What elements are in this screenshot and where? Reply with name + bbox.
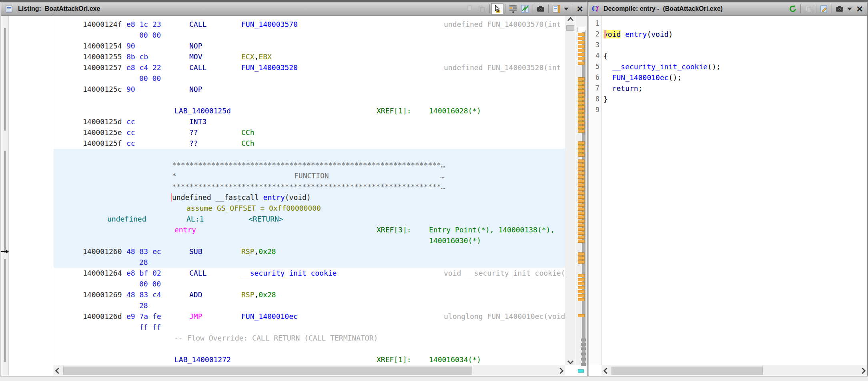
decompile-title-bar[interactable]: Cf Decompile: entry - (BoatAttackOri.exe…: [589, 2, 867, 16]
listing-row[interactable]: 14000126948 83 c4ADDRSP,0x28: [53, 289, 565, 300]
listing-row[interactable]: 140001257e8 c4 22CALLFUN_140003520undefi…: [53, 62, 565, 73]
analysis-marker[interactable]: [578, 286, 585, 289]
listing-display-options-icon[interactable]: [550, 3, 562, 14]
copy-icon[interactable]: [464, 3, 476, 14]
analysis-marker[interactable]: [578, 314, 585, 317]
analysis-marker[interactable]: [578, 282, 585, 285]
decompile-line[interactable]: {: [603, 50, 608, 61]
listing-row[interactable]: 28: [53, 257, 565, 268]
token-func[interactable]: FUN_1400010ec: [612, 73, 669, 82]
analysis-marker[interactable]: [578, 260, 585, 264]
analysis-marker[interactable]: [578, 159, 585, 163]
analysis-marker[interactable]: [578, 256, 585, 260]
token-funcref[interactable]: FUN_1400010ec: [241, 312, 298, 321]
analysis-marker[interactable]: [578, 125, 585, 129]
paste-icon[interactable]: [476, 3, 488, 14]
listing-row[interactable]: 14000125fcc??CCh: [53, 138, 565, 149]
listing-row[interactable]: 00 00: [53, 278, 565, 289]
decompile-line[interactable]: __security_init_cookie();: [603, 61, 721, 72]
re-decompile-icon[interactable]: [787, 3, 799, 14]
token-funcref[interactable]: __security_init_cookie: [241, 269, 337, 277]
listing-viewport[interactable]: 14000124fe8 1c 23CALLFUN_140003570undefi…: [53, 16, 565, 365]
view-extent-indicator[interactable]: [577, 27, 585, 32]
toggle-fields-icon[interactable]: [507, 3, 519, 14]
analysis-marker[interactable]: [578, 290, 585, 293]
analysis-marker[interactable]: [578, 200, 585, 203]
analysis-marker[interactable]: [578, 62, 585, 65]
analysis-marker[interactable]: [578, 179, 585, 183]
token-func[interactable]: entry: [625, 30, 647, 38]
listing-row[interactable]: assume GS_OFFSET = 0xff00000000: [53, 203, 565, 214]
analysis-marker[interactable]: [578, 45, 585, 48]
token-label[interactable]: LAB_140001272: [174, 355, 231, 364]
snapshot-camera-icon[interactable]: [535, 3, 547, 14]
analysis-marker[interactable]: [578, 153, 585, 157]
scroll-up-button[interactable]: [565, 16, 575, 24]
listing-row[interactable]: 14000125c90NOP: [53, 84, 565, 95]
listing-row[interactable]: entryXREF[3]:Entry Point(*), 140000138(*…: [53, 224, 565, 235]
listing-row[interactable]: undefined __fastcall entry(void): [53, 192, 565, 203]
analysis-marker[interactable]: [578, 187, 585, 191]
listing-row[interactable]: -- Flow Override: CALL_RETURN (CALL_TERM…: [53, 333, 565, 343]
analysis-marker[interactable]: [578, 57, 585, 60]
analysis-marker[interactable]: [578, 101, 585, 105]
analysis-marker[interactable]: [578, 192, 585, 195]
scroll-right-button[interactable]: [555, 365, 565, 376]
analysis-marker[interactable]: [578, 81, 585, 85]
cursor-marker[interactable]: [578, 369, 584, 373]
scroll-down-button[interactable]: [565, 357, 575, 365]
analysis-marker[interactable]: [578, 109, 585, 113]
token-entrylabel[interactable]: entry: [174, 226, 196, 234]
data-marker[interactable]: [581, 358, 586, 361]
close-icon[interactable]: ×: [574, 3, 586, 14]
listing-row[interactable]: 140001264e8 bf 02CALL__security_init_coo…: [53, 268, 565, 278]
decompile-line[interactable]: return;: [603, 83, 643, 94]
analysis-marker[interactable]: [578, 105, 585, 109]
listing-row[interactable]: 00 00: [53, 73, 565, 84]
analysis-marker[interactable]: [578, 278, 585, 281]
analysis-marker[interactable]: [578, 167, 585, 171]
horizontal-scroll-thumb[interactable]: [63, 367, 472, 375]
data-marker[interactable]: [581, 363, 586, 366]
listing-row[interactable]: 14000125ecc??CCh: [53, 127, 565, 138]
analysis-marker[interactable]: [578, 163, 585, 167]
listing-row[interactable]: ****************************************…: [53, 159, 565, 170]
analysis-marker[interactable]: [578, 97, 585, 101]
analysis-marker[interactable]: [578, 212, 585, 215]
analysis-marker[interactable]: [578, 121, 585, 125]
analysis-marker[interactable]: [578, 41, 585, 44]
analysis-marker[interactable]: [578, 274, 585, 277]
analysis-marker[interactable]: [578, 216, 585, 219]
horizontal-scroll-thumb[interactable]: [611, 367, 763, 375]
listing-row[interactable]: 1400012558b cbMOVECX,EBX: [53, 51, 565, 62]
vertical-scroll-thumb[interactable]: [566, 25, 574, 31]
more-dropdown-icon[interactable]: [846, 3, 854, 14]
token-funcref[interactable]: FUN_140003570: [241, 20, 298, 28]
listing-title-bar[interactable]: Listing: BoatAttackOri.exe: [1, 2, 587, 16]
listing-row[interactable]: LAB_140001272XREF[1]:140016034(*): [53, 354, 565, 365]
analysis-marker[interactable]: [578, 149, 585, 153]
analysis-marker[interactable]: [578, 252, 585, 256]
listing-row[interactable]: 14000126de9 7a feJMPFUN_1400010eculonglo…: [53, 311, 565, 322]
listing-row[interactable]: [53, 95, 565, 105]
listing-row[interactable]: undefinedAL:1<RETURN>: [53, 214, 565, 224]
analysis-marker[interactable]: [578, 228, 585, 231]
listing-vertical-scrollbar[interactable]: [565, 16, 575, 365]
cursor-location-toggle-icon[interactable]: [491, 3, 503, 14]
analysis-marker[interactable]: [578, 85, 585, 89]
listing-row[interactable]: ff ff: [53, 322, 565, 333]
listing-row[interactable]: 14000126048 83 ecSUBRSP,0x28: [53, 246, 565, 257]
analysis-marker[interactable]: [578, 220, 585, 223]
data-marker[interactable]: [581, 347, 586, 350]
analysis-marker[interactable]: [578, 224, 585, 227]
snapshot-camera-icon[interactable]: [834, 3, 846, 14]
analysis-marker[interactable]: [578, 129, 585, 133]
listing-row[interactable]: 14000125dccINT3: [53, 116, 565, 127]
analysis-marker[interactable]: [578, 204, 585, 207]
analysis-marker[interactable]: [578, 49, 585, 52]
analysis-marker[interactable]: [578, 141, 585, 145]
analysis-marker[interactable]: [578, 117, 585, 121]
data-marker[interactable]: [581, 343, 586, 346]
listing-row[interactable]: [53, 343, 565, 354]
listing-row[interactable]: 00 00: [53, 30, 565, 40]
